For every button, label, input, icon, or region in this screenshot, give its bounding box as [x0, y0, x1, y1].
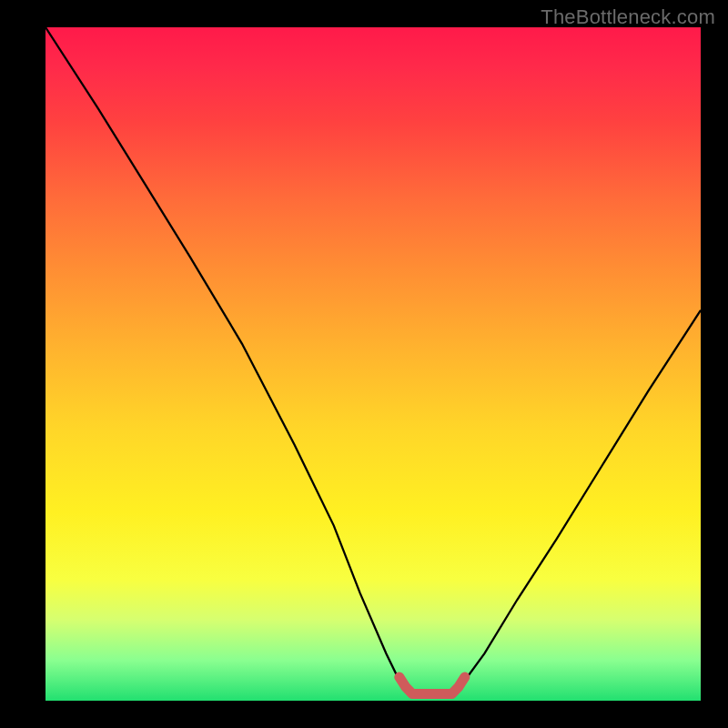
- plot-area: [46, 27, 701, 701]
- watermark-text: TheBottleneck.com: [541, 5, 715, 29]
- bottleneck-curve-line: [46, 27, 701, 694]
- chart-frame: TheBottleneck.com: [0, 0, 728, 728]
- optimal-range-marker-line: [399, 677, 465, 694]
- chart-svg: [46, 27, 701, 701]
